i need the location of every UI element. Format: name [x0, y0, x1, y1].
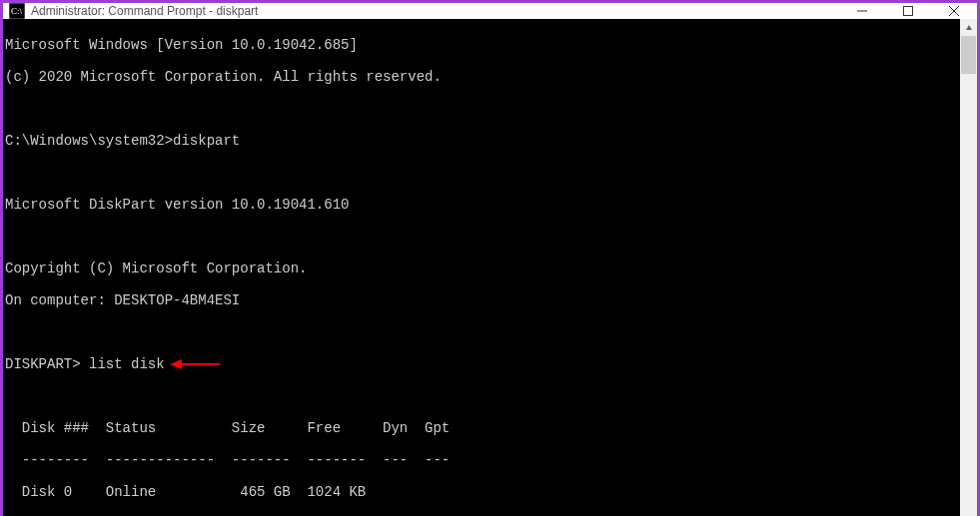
- blank-line: [5, 324, 960, 340]
- svg-marker-8: [170, 359, 182, 369]
- titlebar[interactable]: C:\ Administrator: Command Prompt - disk…: [3, 3, 977, 19]
- output-line: Copyright (C) Microsoft Corporation.: [5, 260, 960, 276]
- table-row: Disk 0 Online 465 GB 1024 KB: [5, 484, 960, 500]
- maximize-button[interactable]: [885, 3, 931, 19]
- annotation-arrow-icon: [170, 358, 220, 370]
- svg-marker-9: [966, 25, 972, 30]
- scroll-track[interactable]: [960, 36, 977, 516]
- cmd-icon: C:\: [9, 3, 25, 19]
- output-line: Microsoft DiskPart version 10.0.19041.61…: [5, 197, 960, 213]
- svg-rect-4: [904, 7, 913, 16]
- table-header: Disk ### Status Size Free Dyn Gpt: [5, 420, 960, 436]
- output-line: On computer: DESKTOP-4BM4ESI: [5, 292, 960, 308]
- window-controls: [839, 3, 977, 19]
- blank-line: [5, 165, 960, 181]
- close-button[interactable]: [931, 3, 977, 19]
- output-line: Microsoft Windows [Version 10.0.19042.68…: [5, 37, 960, 53]
- table-divider: -------- ------------- ------- ------- -…: [5, 452, 960, 468]
- svg-text:C:\: C:\: [11, 6, 23, 16]
- scroll-thumb[interactable]: [961, 36, 976, 74]
- blank-line: [5, 229, 960, 245]
- output-line: (c) 2020 Microsoft Corporation. All righ…: [5, 69, 960, 85]
- minimize-button[interactable]: [839, 3, 885, 19]
- scroll-up-button[interactable]: [960, 19, 977, 36]
- prompt-line: DISKPART> list disk: [5, 356, 960, 372]
- terminal-output[interactable]: Microsoft Windows [Version 10.0.19042.68…: [3, 19, 960, 516]
- prompt-line: C:\Windows\system32>diskpart: [5, 133, 960, 149]
- blank-line: [5, 101, 960, 117]
- client-area: Microsoft Windows [Version 10.0.19042.68…: [3, 19, 977, 516]
- window-frame: C:\ Administrator: Command Prompt - disk…: [0, 0, 980, 516]
- window-title: Administrator: Command Prompt - diskpart: [31, 4, 839, 18]
- diskpart-command: DISKPART> list disk: [5, 356, 165, 372]
- vertical-scrollbar[interactable]: [960, 19, 977, 516]
- blank-line: [5, 388, 960, 404]
